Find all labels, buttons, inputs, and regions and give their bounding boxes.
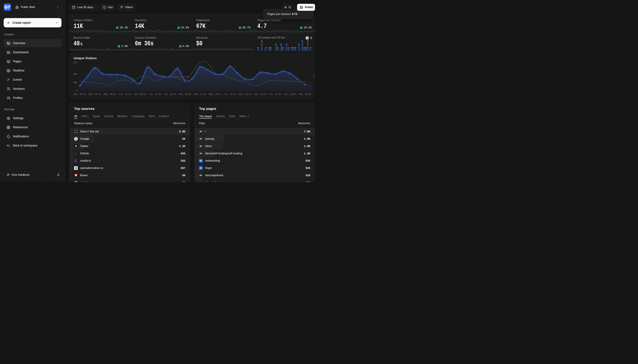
svg-text:Sat, 29/11: Sat, 29/11 <box>284 93 296 96</box>
svg-text:Sat, 01/11: Sat, 01/11 <box>74 93 86 96</box>
svg-text:0: 0 <box>76 90 77 92</box>
svg-text:Fri, 21/11: Fri, 21/11 <box>224 93 236 96</box>
svg-text:Tue, 25/11: Tue, 25/11 <box>254 93 266 96</box>
svg-text:Tue, 11/11: Tue, 11/11 <box>149 93 161 96</box>
svg-text:400: 400 <box>73 73 77 76</box>
svg-text:Fri, 07/11: Fri, 07/11 <box>119 93 131 96</box>
svg-text:Wed, 05/11: Wed, 05/11 <box>104 93 116 96</box>
svg-text:Sat, 15/11: Sat, 15/11 <box>179 93 191 96</box>
svg-text:Mon, 03/11: Mon, 03/11 <box>89 93 101 96</box>
svg-text:Sun, 23/11: Sun, 23/11 <box>239 93 251 96</box>
svg-text:proxy events: proxy events <box>173 75 189 78</box>
svg-text:0: 0 <box>313 76 315 78</box>
svg-text:Mon, 17/11: Mon, 17/11 <box>194 93 206 96</box>
svg-text:Wed, 19/11: Wed, 19/11 <box>209 93 221 96</box>
svg-text:Mon, 01/12: Mon, 01/12 <box>299 93 311 96</box>
svg-text:200: 200 <box>73 82 77 84</box>
svg-text:Sun, 09/11: Sun, 09/11 <box>134 93 146 96</box>
svg-text:679: 679 <box>73 62 77 64</box>
svg-text:Thu, 27/11: Thu, 27/11 <box>269 93 281 96</box>
svg-text:Thu, 13/11: Thu, 13/11 <box>164 93 176 96</box>
